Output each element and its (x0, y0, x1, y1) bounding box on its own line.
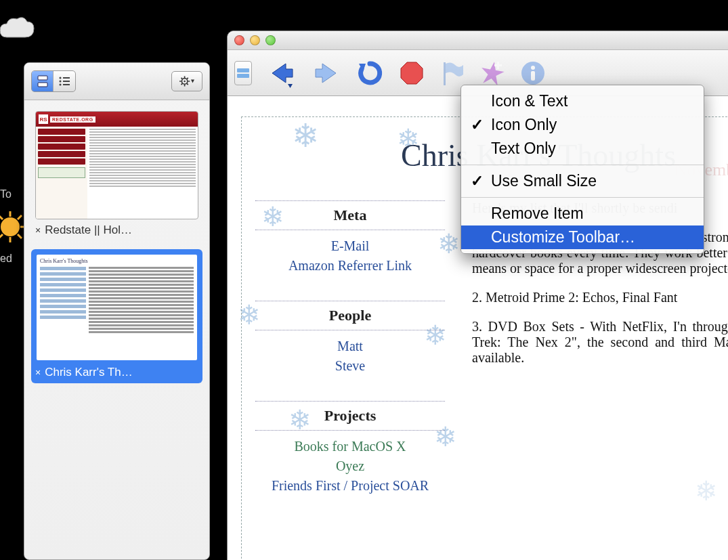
tab-close-button[interactable]: × (35, 225, 41, 236)
reload-button[interactable] (356, 60, 383, 87)
reload-icon (356, 60, 383, 87)
desktop-label-wed: ed (0, 253, 12, 265)
menu-item-text-only[interactable]: Text Only (461, 137, 704, 160)
svg-point-13 (60, 81, 62, 83)
svg-line-5 (0, 215, 3, 219)
flag-icon (440, 60, 465, 87)
forward-arrow-icon (312, 58, 341, 88)
info-button[interactable] (520, 60, 546, 86)
svg-rect-16 (63, 84, 70, 85)
tab-title-label: Chris Karr's Th… (45, 366, 133, 379)
info-icon (520, 60, 546, 86)
tab-close-button[interactable]: × (35, 367, 41, 378)
sidebar-link-steve[interactable]: Steve (255, 358, 445, 374)
weather-cloud-icon (0, 14, 37, 50)
post-paragraph: 3. DVD Box Sets - With NetFlix, I'n thro… (472, 319, 728, 366)
svg-rect-12 (63, 77, 70, 79)
tab-options-button[interactable] (171, 71, 202, 91)
back-arrow-icon (267, 58, 297, 88)
svg-point-11 (60, 77, 62, 79)
sidebar-section-projects: Projects Books for MacOS X Oyez Friends … (255, 401, 445, 494)
svg-line-7 (0, 234, 3, 238)
sidebar-heading: Projects (255, 401, 445, 431)
menu-item-icon-only[interactable]: Icon Only (461, 113, 704, 137)
list-icon (58, 76, 70, 87)
svg-rect-10 (38, 83, 47, 87)
thumbnail-icon (37, 75, 48, 87)
window-minimize-button[interactable] (250, 35, 260, 45)
menu-item-use-small-size[interactable]: Use Small Size (461, 169, 704, 193)
tab-thumbnail: RSREDSTATE.ORG (35, 111, 198, 219)
view-mode-segmented (31, 70, 76, 92)
tab-item-chriskarr[interactable]: Chris Karr's Thoughts × Chris Karr's Th… (31, 249, 202, 383)
svg-point-15 (60, 84, 62, 86)
tab-title-label: Redstate || Hol… (45, 223, 132, 237)
svg-line-6 (18, 234, 22, 238)
menu-separator (461, 197, 704, 198)
svg-rect-9 (38, 76, 47, 80)
sidebar-link-books-macosx[interactable]: Books for MacOS X (255, 439, 445, 454)
gear-icon (179, 75, 194, 87)
tab-list: RSREDSTATE.ORG × Redstate || Hol… Chris … (24, 100, 209, 390)
menu-separator (461, 165, 704, 165)
list-view-button[interactable] (53, 71, 75, 91)
sidebar-heading: People (255, 301, 445, 330)
svg-rect-27 (444, 62, 446, 85)
menu-item-customize-toolbar[interactable]: Customize Toolbar… (461, 225, 704, 249)
svg-point-18 (184, 81, 186, 83)
sidebar-section-people: People Matt Steve (255, 301, 445, 374)
window-close-button[interactable] (234, 35, 244, 45)
sidebar-link-email[interactable]: E-Mail (255, 238, 445, 254)
svg-line-25 (181, 83, 183, 85)
svg-point-31 (531, 66, 535, 70)
sidebar-link-amazon[interactable]: Amazon Referrer Link (255, 258, 445, 274)
toolbar-context-menu: Icon & Text Icon Only Text Only Use Smal… (461, 85, 704, 254)
svg-line-23 (181, 78, 183, 79)
tab-drawer-panel: RSREDSTATE.ORG × Redstate || Hol… Chris … (24, 62, 210, 560)
svg-point-0 (1, 217, 20, 236)
sidebar-link-friendsfirst[interactable]: Friends First / Project SOAR (255, 478, 445, 494)
flag-button[interactable] (440, 60, 465, 87)
bookmark-button[interactable] (479, 60, 505, 86)
stop-button[interactable] (398, 60, 425, 87)
svg-line-26 (187, 78, 188, 79)
sidebar-link-matt[interactable]: Matt (255, 339, 445, 354)
menu-item-icon-and-text[interactable]: Icon & Text (461, 89, 704, 113)
sidebar-heading: Meta (255, 200, 445, 230)
svg-line-8 (18, 215, 22, 219)
window-titlebar[interactable] (228, 31, 728, 50)
toggle-drawer-button[interactable] (234, 61, 252, 85)
tab-item-redstate[interactable]: RSREDSTATE.ORG × Redstate || Hol… (31, 107, 202, 241)
svg-rect-29 (494, 64, 502, 66)
tab-thumbnail: Chris Karr's Thoughts (35, 253, 198, 362)
back-button[interactable] (267, 58, 297, 88)
forward-button[interactable] (312, 58, 341, 88)
menu-item-remove[interactable]: Remove Item (461, 202, 704, 225)
stop-icon (398, 60, 425, 87)
svg-rect-32 (531, 71, 535, 81)
svg-line-24 (187, 83, 188, 85)
desktop-label-today: To (0, 188, 12, 200)
tab-drawer-toolbar (24, 63, 209, 100)
weather-sun-icon (0, 210, 27, 246)
bookmark-add-icon (479, 60, 505, 86)
post-paragraph: 2. Metroid Prime 2: Echos, Final Fant (472, 290, 728, 305)
sidebar-section-meta: Meta E-Mail Amazon Referrer Link (255, 200, 445, 274)
page-sidebar: Meta E-Mail Amazon Referrer Link People … (255, 200, 445, 521)
sidebar-link-oyez[interactable]: Oyez (255, 458, 445, 474)
window-zoom-button[interactable] (265, 35, 276, 45)
svg-rect-14 (63, 81, 70, 82)
thumbnail-view-button[interactable] (32, 71, 53, 91)
